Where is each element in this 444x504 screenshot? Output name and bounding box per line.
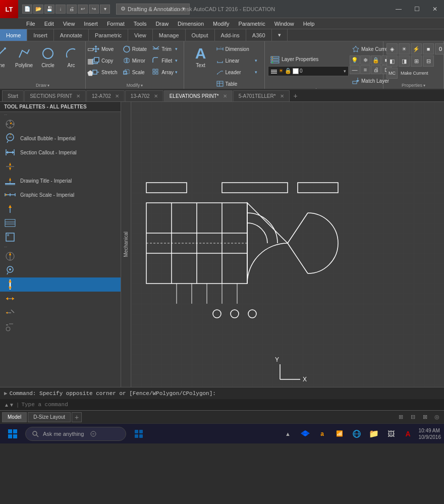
palette-item-1[interactable] [0, 117, 131, 131]
doc-tab-13a702[interactable]: 13-A702 ✕ [125, 90, 163, 101]
menu-insert[interactable]: Insert [80, 18, 102, 29]
close-button[interactable]: ✕ [426, 0, 444, 18]
table-button[interactable]: Table [214, 78, 259, 89]
prop-icon-7[interactable]: ⊞ [411, 55, 422, 67]
d-size-layout-tab[interactable]: D-Size Layout [28, 412, 71, 422]
polar-toggle[interactable]: ◎ [432, 412, 442, 422]
tab-parametric[interactable]: Parametric [89, 29, 128, 41]
close-13a702-tab[interactable]: ✕ [154, 93, 158, 99]
network-icon[interactable]: 📶 [333, 427, 346, 440]
menu-edit[interactable]: Edit [40, 18, 58, 29]
polyline-button[interactable]: Polyline [12, 43, 36, 70]
close-12a702-tab[interactable]: ✕ [115, 93, 119, 99]
layer-linetype[interactable]: — [350, 65, 360, 74]
palette-item-13[interactable] [0, 292, 131, 306]
ortho-toggle[interactable]: ⊠ [420, 412, 430, 422]
command-input[interactable] [21, 402, 440, 408]
new-button[interactable]: 📄 [22, 5, 32, 14]
palette-item-14[interactable] [0, 306, 131, 320]
close-sections-tab[interactable]: ✕ [76, 93, 80, 99]
prop-icon-4[interactable]: ■ [423, 43, 434, 54]
menu-modify[interactable]: Modify [209, 18, 233, 29]
layer-plot[interactable]: 🖨 [371, 65, 381, 74]
stretch-button[interactable]: Stretch [90, 67, 120, 78]
doc-tab-sections[interactable]: SECTIONS PRINT ✕ [24, 90, 86, 101]
palette-item-graphic-scale[interactable]: Graphic Scale - Imperial [0, 188, 131, 202]
text-button[interactable]: A Text [190, 43, 212, 70]
mirror-button[interactable]: Mirror [121, 55, 149, 66]
menu-parametric[interactable]: Parametric [234, 18, 269, 29]
palette-item-11[interactable] [0, 263, 131, 277]
add-tab-button[interactable]: + [290, 90, 301, 101]
menu-view[interactable]: View [59, 18, 79, 29]
canvas-area[interactable]: X Y W [131, 102, 444, 387]
prop-icon-5[interactable]: ◧ [386, 55, 398, 67]
prop-icon-8[interactable]: ⊟ [423, 55, 434, 67]
model-tab[interactable]: Model [2, 412, 27, 422]
menu-help[interactable]: Help [299, 18, 319, 29]
save-button[interactable]: 💾 [44, 5, 54, 14]
properties-group-label[interactable]: Properties ▾ [402, 83, 425, 88]
open-button[interactable]: 📂 [33, 5, 43, 14]
prop-makecurrent-2[interactable]: MC [386, 68, 398, 79]
dropbox-icon[interactable] [299, 427, 312, 440]
app-button[interactable]: LT [0, 0, 18, 18]
palette-item-15[interactable] [0, 320, 131, 334]
menu-tools[interactable]: Tools [130, 18, 151, 29]
move-button[interactable]: Move [90, 43, 120, 54]
copy-button[interactable]: Copy [90, 55, 120, 66]
redo-button[interactable]: ↪ [89, 5, 99, 14]
fillet-button[interactable]: Fillet▾ [150, 55, 180, 66]
doc-tab-12a702[interactable]: 12-A702 ✕ [86, 90, 125, 101]
grid-toggle[interactable]: ⊟ [408, 412, 418, 422]
mechanical-tab[interactable]: Mechanical [121, 102, 131, 387]
modify-group-label[interactable]: Modify ▾ [127, 83, 143, 88]
doc-tab-start[interactable]: Start [2, 90, 24, 101]
circle-button[interactable]: Circle [37, 43, 59, 70]
close-5a701-tab[interactable]: ✕ [280, 93, 284, 99]
menu-window[interactable]: Window [270, 18, 298, 29]
tab-home[interactable]: Home [0, 29, 27, 41]
trim-button[interactable]: Trim▾ [150, 43, 180, 54]
task-view-button[interactable] [129, 424, 148, 443]
amazon-icon[interactable]: a [316, 427, 329, 440]
tab-more[interactable]: ▾ [272, 29, 288, 41]
line-button[interactable]: Line [0, 43, 11, 70]
menu-file[interactable]: File [22, 18, 39, 29]
palette-item-callout[interactable]: Callout Bubble - Imperial [0, 131, 131, 145]
restore-button[interactable]: ☐ [408, 0, 426, 18]
layer-freeze[interactable]: ❄ [360, 55, 370, 65]
tab-insert[interactable]: Insert [27, 29, 54, 41]
folder-icon[interactable]: 📁 [367, 427, 380, 440]
internet-explorer-icon[interactable] [350, 427, 363, 440]
windows-start-button[interactable] [3, 424, 22, 443]
tab-annotate[interactable]: Annotate [54, 29, 89, 41]
layer-lineweight[interactable]: ≡ [360, 65, 370, 74]
qa-dropdown[interactable]: ▾ [100, 5, 110, 14]
layer-properties-button[interactable]: Layer Properties [268, 54, 349, 65]
prop-icon-2[interactable]: ☀ [399, 43, 410, 54]
palette-item-7[interactable] [0, 202, 131, 216]
print-button[interactable]: 🖨 [67, 5, 77, 14]
prop-icon-3[interactable]: ⚡ [411, 43, 422, 54]
doc-tab-5a701[interactable]: 5-A701TELLER* ✕ [233, 90, 290, 101]
palette-item-12-selected[interactable] [0, 277, 131, 292]
save-as-button[interactable]: ↓ [56, 5, 66, 14]
scale-button[interactable]: Scale [121, 67, 149, 78]
tab-addins[interactable]: Add-ins [215, 29, 246, 41]
autocad-tray-icon[interactable]: A [402, 427, 415, 440]
close-elevations-tab[interactable]: ✕ [223, 93, 227, 99]
dimension-button[interactable]: ↔ Dimension [214, 43, 259, 54]
taskbar-search[interactable]: Ask me anything [25, 427, 126, 441]
draw-group-label[interactable]: Draw ▾ [36, 83, 49, 88]
layer-selector[interactable]: ☀ 🔒 0 ▾ [268, 66, 349, 76]
layer-on-off[interactable]: 💡 [350, 55, 360, 65]
tray-up-arrow[interactable]: ▲ [282, 427, 295, 440]
rotate-button[interactable]: Rotate [121, 43, 149, 54]
menu-dimension[interactable]: Dimension [174, 18, 208, 29]
array-button[interactable]: Array▾ [150, 67, 180, 78]
palette-item-section[interactable]: Section Callout - Imperial [0, 145, 131, 159]
snap-toggle[interactable]: ⊞ [396, 412, 406, 422]
minimize-button[interactable]: — [390, 0, 408, 18]
palette-item-10[interactable] [0, 249, 131, 263]
